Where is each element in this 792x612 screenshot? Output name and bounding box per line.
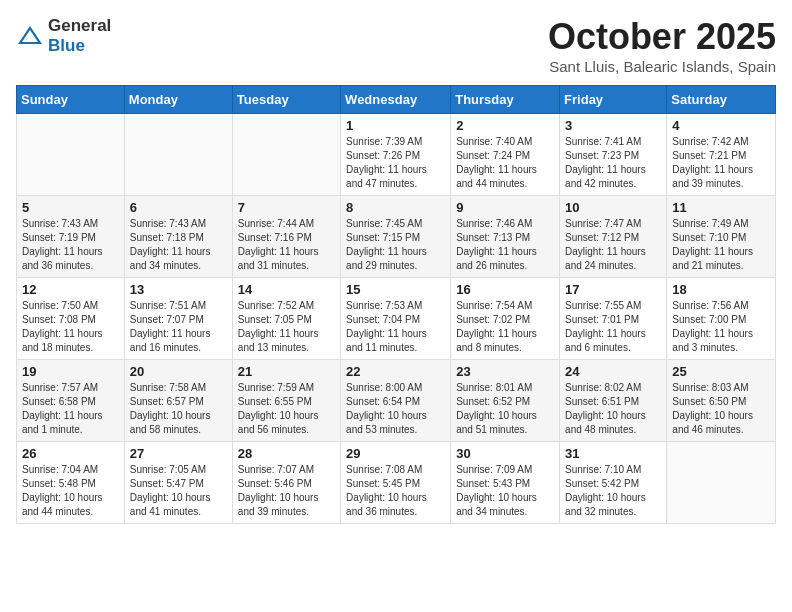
calendar-day-11: 11Sunrise: 7:49 AM Sunset: 7:10 PM Dayli… xyxy=(667,196,776,278)
day-info: Sunrise: 8:00 AM Sunset: 6:54 PM Dayligh… xyxy=(346,381,445,437)
day-number: 9 xyxy=(456,200,554,215)
day-info: Sunrise: 7:46 AM Sunset: 7:13 PM Dayligh… xyxy=(456,217,554,273)
day-info: Sunrise: 7:40 AM Sunset: 7:24 PM Dayligh… xyxy=(456,135,554,191)
day-info: Sunrise: 7:10 AM Sunset: 5:42 PM Dayligh… xyxy=(565,463,661,519)
calendar-day-10: 10Sunrise: 7:47 AM Sunset: 7:12 PM Dayli… xyxy=(560,196,667,278)
day-number: 25 xyxy=(672,364,770,379)
day-info: Sunrise: 7:49 AM Sunset: 7:10 PM Dayligh… xyxy=(672,217,770,273)
calendar-day-4: 4Sunrise: 7:42 AM Sunset: 7:21 PM Daylig… xyxy=(667,114,776,196)
calendar-week-row: 1Sunrise: 7:39 AM Sunset: 7:26 PM Daylig… xyxy=(17,114,776,196)
day-number: 20 xyxy=(130,364,227,379)
weekday-header-thursday: Thursday xyxy=(451,86,560,114)
location: Sant Lluis, Balearic Islands, Spain xyxy=(548,58,776,75)
day-number: 17 xyxy=(565,282,661,297)
weekday-header-row: SundayMondayTuesdayWednesdayThursdayFrid… xyxy=(17,86,776,114)
weekday-header-saturday: Saturday xyxy=(667,86,776,114)
calendar-day-5: 5Sunrise: 7:43 AM Sunset: 7:19 PM Daylig… xyxy=(17,196,125,278)
day-info: Sunrise: 7:58 AM Sunset: 6:57 PM Dayligh… xyxy=(130,381,227,437)
day-info: Sunrise: 7:54 AM Sunset: 7:02 PM Dayligh… xyxy=(456,299,554,355)
calendar-day-13: 13Sunrise: 7:51 AM Sunset: 7:07 PM Dayli… xyxy=(124,278,232,360)
day-info: Sunrise: 7:57 AM Sunset: 6:58 PM Dayligh… xyxy=(22,381,119,437)
day-number: 10 xyxy=(565,200,661,215)
day-info: Sunrise: 7:04 AM Sunset: 5:48 PM Dayligh… xyxy=(22,463,119,519)
day-number: 27 xyxy=(130,446,227,461)
day-info: Sunrise: 7:07 AM Sunset: 5:46 PM Dayligh… xyxy=(238,463,335,519)
weekday-header-sunday: Sunday xyxy=(17,86,125,114)
calendar-day-30: 30Sunrise: 7:09 AM Sunset: 5:43 PM Dayli… xyxy=(451,442,560,524)
day-info: Sunrise: 7:51 AM Sunset: 7:07 PM Dayligh… xyxy=(130,299,227,355)
day-info: Sunrise: 7:47 AM Sunset: 7:12 PM Dayligh… xyxy=(565,217,661,273)
calendar-day-6: 6Sunrise: 7:43 AM Sunset: 7:18 PM Daylig… xyxy=(124,196,232,278)
day-number: 21 xyxy=(238,364,335,379)
calendar-day-14: 14Sunrise: 7:52 AM Sunset: 7:05 PM Dayli… xyxy=(232,278,340,360)
day-info: Sunrise: 7:43 AM Sunset: 7:19 PM Dayligh… xyxy=(22,217,119,273)
calendar-day-27: 27Sunrise: 7:05 AM Sunset: 5:47 PM Dayli… xyxy=(124,442,232,524)
empty-day-cell xyxy=(667,442,776,524)
day-number: 23 xyxy=(456,364,554,379)
day-info: Sunrise: 7:53 AM Sunset: 7:04 PM Dayligh… xyxy=(346,299,445,355)
empty-day-cell xyxy=(124,114,232,196)
day-number: 5 xyxy=(22,200,119,215)
day-info: Sunrise: 7:50 AM Sunset: 7:08 PM Dayligh… xyxy=(22,299,119,355)
calendar-day-8: 8Sunrise: 7:45 AM Sunset: 7:15 PM Daylig… xyxy=(341,196,451,278)
month-title: October 2025 xyxy=(548,16,776,58)
calendar-day-2: 2Sunrise: 7:40 AM Sunset: 7:24 PM Daylig… xyxy=(451,114,560,196)
logo: General Blue xyxy=(16,16,111,56)
calendar-day-21: 21Sunrise: 7:59 AM Sunset: 6:55 PM Dayli… xyxy=(232,360,340,442)
weekday-header-tuesday: Tuesday xyxy=(232,86,340,114)
weekday-header-monday: Monday xyxy=(124,86,232,114)
day-number: 3 xyxy=(565,118,661,133)
day-number: 12 xyxy=(22,282,119,297)
day-number: 13 xyxy=(130,282,227,297)
calendar-day-28: 28Sunrise: 7:07 AM Sunset: 5:46 PM Dayli… xyxy=(232,442,340,524)
calendar-day-17: 17Sunrise: 7:55 AM Sunset: 7:01 PM Dayli… xyxy=(560,278,667,360)
day-number: 31 xyxy=(565,446,661,461)
day-number: 8 xyxy=(346,200,445,215)
logo-icon xyxy=(16,24,44,48)
logo-text-blue: Blue xyxy=(48,36,85,55)
day-info: Sunrise: 7:05 AM Sunset: 5:47 PM Dayligh… xyxy=(130,463,227,519)
day-number: 6 xyxy=(130,200,227,215)
calendar-week-row: 12Sunrise: 7:50 AM Sunset: 7:08 PM Dayli… xyxy=(17,278,776,360)
calendar-table: SundayMondayTuesdayWednesdayThursdayFrid… xyxy=(16,85,776,524)
calendar-day-12: 12Sunrise: 7:50 AM Sunset: 7:08 PM Dayli… xyxy=(17,278,125,360)
day-number: 14 xyxy=(238,282,335,297)
day-info: Sunrise: 8:03 AM Sunset: 6:50 PM Dayligh… xyxy=(672,381,770,437)
day-number: 28 xyxy=(238,446,335,461)
calendar-day-20: 20Sunrise: 7:58 AM Sunset: 6:57 PM Dayli… xyxy=(124,360,232,442)
day-number: 2 xyxy=(456,118,554,133)
calendar-day-1: 1Sunrise: 7:39 AM Sunset: 7:26 PM Daylig… xyxy=(341,114,451,196)
weekday-header-wednesday: Wednesday xyxy=(341,86,451,114)
day-number: 19 xyxy=(22,364,119,379)
day-number: 7 xyxy=(238,200,335,215)
day-info: Sunrise: 7:43 AM Sunset: 7:18 PM Dayligh… xyxy=(130,217,227,273)
day-info: Sunrise: 7:52 AM Sunset: 7:05 PM Dayligh… xyxy=(238,299,335,355)
calendar-day-25: 25Sunrise: 8:03 AM Sunset: 6:50 PM Dayli… xyxy=(667,360,776,442)
day-number: 16 xyxy=(456,282,554,297)
calendar-day-7: 7Sunrise: 7:44 AM Sunset: 7:16 PM Daylig… xyxy=(232,196,340,278)
calendar-day-23: 23Sunrise: 8:01 AM Sunset: 6:52 PM Dayli… xyxy=(451,360,560,442)
day-info: Sunrise: 7:45 AM Sunset: 7:15 PM Dayligh… xyxy=(346,217,445,273)
empty-day-cell xyxy=(232,114,340,196)
calendar-day-22: 22Sunrise: 8:00 AM Sunset: 6:54 PM Dayli… xyxy=(341,360,451,442)
day-info: Sunrise: 7:39 AM Sunset: 7:26 PM Dayligh… xyxy=(346,135,445,191)
day-info: Sunrise: 8:02 AM Sunset: 6:51 PM Dayligh… xyxy=(565,381,661,437)
calendar-day-9: 9Sunrise: 7:46 AM Sunset: 7:13 PM Daylig… xyxy=(451,196,560,278)
calendar-day-15: 15Sunrise: 7:53 AM Sunset: 7:04 PM Dayli… xyxy=(341,278,451,360)
day-number: 18 xyxy=(672,282,770,297)
logo-text-general: General xyxy=(48,16,111,35)
day-number: 1 xyxy=(346,118,445,133)
calendar-day-24: 24Sunrise: 8:02 AM Sunset: 6:51 PM Dayli… xyxy=(560,360,667,442)
calendar-day-19: 19Sunrise: 7:57 AM Sunset: 6:58 PM Dayli… xyxy=(17,360,125,442)
day-info: Sunrise: 7:59 AM Sunset: 6:55 PM Dayligh… xyxy=(238,381,335,437)
day-info: Sunrise: 7:44 AM Sunset: 7:16 PM Dayligh… xyxy=(238,217,335,273)
day-info: Sunrise: 7:41 AM Sunset: 7:23 PM Dayligh… xyxy=(565,135,661,191)
calendar-day-31: 31Sunrise: 7:10 AM Sunset: 5:42 PM Dayli… xyxy=(560,442,667,524)
day-info: Sunrise: 7:42 AM Sunset: 7:21 PM Dayligh… xyxy=(672,135,770,191)
calendar-day-18: 18Sunrise: 7:56 AM Sunset: 7:00 PM Dayli… xyxy=(667,278,776,360)
calendar-week-row: 26Sunrise: 7:04 AM Sunset: 5:48 PM Dayli… xyxy=(17,442,776,524)
day-info: Sunrise: 7:08 AM Sunset: 5:45 PM Dayligh… xyxy=(346,463,445,519)
calendar-day-3: 3Sunrise: 7:41 AM Sunset: 7:23 PM Daylig… xyxy=(560,114,667,196)
calendar-day-29: 29Sunrise: 7:08 AM Sunset: 5:45 PM Dayli… xyxy=(341,442,451,524)
empty-day-cell xyxy=(17,114,125,196)
